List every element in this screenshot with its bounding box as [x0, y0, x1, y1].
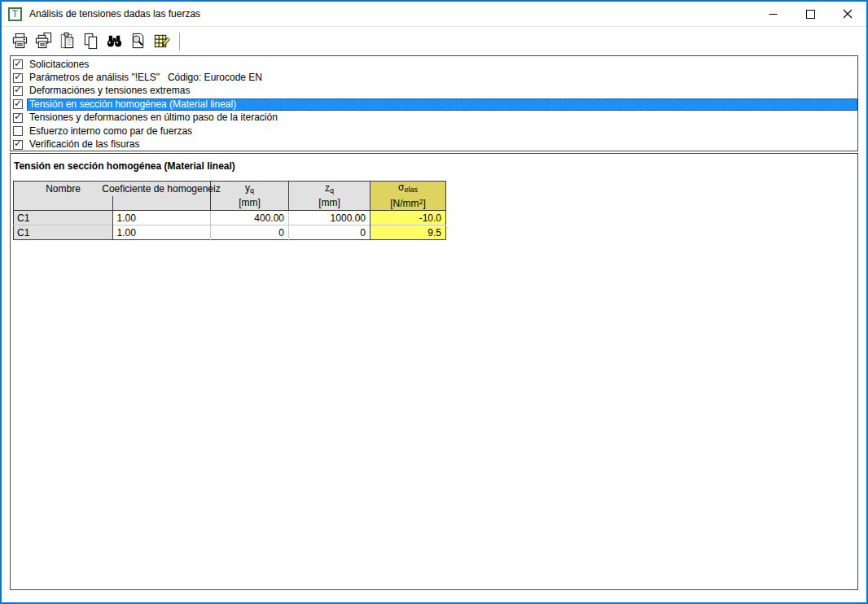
option-parametros-analisis[interactable]: Parámetros de análisis "!ELS" Código: Eu… — [11, 71, 857, 84]
close-icon — [843, 9, 853, 19]
cell-zq: 0 — [289, 225, 370, 240]
paste-button[interactable] — [57, 32, 77, 51]
minimize-button[interactable] — [754, 2, 791, 26]
cell-sigma: 9.5 — [370, 225, 446, 240]
col-header-coeficiente: Coeficiente de homogeneiz — [112, 183, 210, 195]
option-label: Tensiones y deformaciones en último paso… — [27, 112, 857, 124]
checkbox-icon[interactable] — [13, 99, 23, 109]
title-bar: T Análisis de tensiones dadas las fuerza… — [2, 2, 866, 26]
option-tensiones-ultimo-paso[interactable]: Tensiones y deformaciones en último paso… — [11, 112, 857, 125]
print-preview-icon — [34, 32, 53, 50]
copy-icon — [81, 32, 100, 50]
print-preview-button[interactable] — [33, 32, 53, 51]
dialog-window: T Análisis de tensiones dadas las fuerza… — [0, 0, 868, 604]
checkbox-icon[interactable] — [13, 113, 23, 123]
checkbox-icon[interactable] — [13, 59, 23, 69]
report-panel: Tensión en sección homogénea (Material l… — [10, 153, 858, 590]
option-verificacion-fisuras[interactable]: Verificación de las fisuras — [11, 138, 857, 151]
cell-yq: 400.00 — [211, 211, 289, 225]
preview-page-button[interactable] — [128, 32, 147, 51]
option-label: Tensión en sección homogénea (Material l… — [27, 98, 857, 111]
table-row: C1 1.00 0 0 9.5 — [14, 225, 446, 240]
header-spacer-1 — [14, 196, 113, 211]
checkbox-icon[interactable] — [13, 86, 23, 96]
cell-name: C1 — [14, 211, 113, 225]
print-button[interactable] — [10, 32, 29, 51]
window-controls — [754, 2, 866, 26]
toolbar-separator — [179, 33, 180, 50]
edit-table-icon — [152, 32, 171, 50]
option-label: Verificación de las fisuras — [27, 138, 857, 151]
option-label: Solicitaciones — [27, 59, 857, 71]
cell-coef: 1.00 — [112, 225, 211, 240]
maximize-icon — [806, 10, 815, 19]
report-options-list: Solicitaciones Parámetros de análisis "!… — [10, 55, 858, 151]
print-icon — [11, 32, 29, 50]
minimize-icon — [769, 10, 778, 19]
col-header-zq: zq [mm] — [289, 182, 370, 211]
window-title: Análisis de tensiones dadas las fuerzas — [29, 8, 754, 20]
col-header-nombre: Nombre — [14, 183, 112, 195]
cell-zq: 1000.00 — [289, 211, 370, 225]
header-name-coef: Nombre Coeficiente de homogeneiz — [14, 182, 211, 196]
option-tension-seccion-homogenea[interactable]: Tensión en sección homogénea (Material l… — [11, 98, 857, 111]
cell-yq: 0 — [211, 225, 289, 240]
cell-coef: 1.00 — [112, 211, 211, 225]
page-magnifier-icon — [129, 32, 147, 50]
edit-table-button[interactable] — [151, 32, 171, 51]
close-button[interactable] — [829, 2, 866, 26]
option-esfuerzo-interno[interactable]: Esfuerzo interno como par de fuerzas — [11, 125, 857, 138]
find-button[interactable] — [104, 32, 124, 51]
col-header-sigma-elas: σelas [N/mm2] — [370, 182, 446, 211]
option-deformaciones-extremas[interactable]: Deformaciónes y tensiones extremas — [11, 85, 857, 98]
checkbox-icon[interactable] — [13, 73, 23, 83]
copy-button[interactable] — [81, 32, 100, 51]
binoculars-icon — [105, 32, 124, 50]
option-label: Deformaciónes y tensiones extremas — [27, 85, 857, 97]
paste-icon — [58, 32, 77, 50]
option-label: Parámetros de análisis "!ELS" Código: Eu… — [27, 72, 857, 84]
checkbox-icon[interactable] — [13, 140, 23, 150]
checkbox-icon[interactable] — [13, 126, 23, 136]
cell-name: C1 — [14, 225, 113, 240]
results-table: Nombre Coeficiente de homogeneiz yq [mm]… — [13, 181, 446, 240]
table-row: C1 1.00 400.00 1000.00 -10.0 — [14, 211, 446, 225]
option-label: Esfuerzo interno como par de fuerzas — [27, 125, 857, 138]
app-icon: T — [8, 7, 22, 21]
option-solicitaciones[interactable]: Solicitaciones — [11, 58, 857, 71]
col-header-yq: yq [mm] — [211, 182, 289, 211]
header-spacer-2 — [112, 196, 211, 211]
maximize-button[interactable] — [791, 2, 829, 26]
toolbar — [2, 26, 866, 55]
cell-sigma: -10.0 — [370, 211, 446, 225]
section-title: Tensión en sección homogénea (Material l… — [14, 160, 857, 172]
